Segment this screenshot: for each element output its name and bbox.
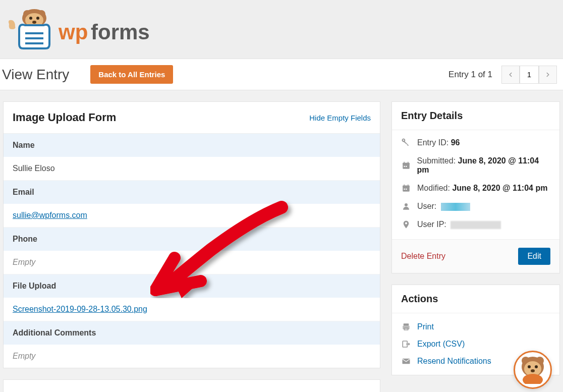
svg-rect-15 — [408, 162, 409, 164]
field-label-email: Email — [4, 181, 380, 204]
svg-rect-16 — [404, 166, 405, 167]
entry-count: Entry 1 of 1 — [448, 70, 492, 80]
prev-button[interactable] — [501, 66, 520, 84]
field-value-file-upload: Screenshot-2019-09-28-13.05.30.png — [4, 298, 380, 321]
page-number-input[interactable] — [520, 66, 539, 84]
field-value-email: sullie@wpforms.com — [4, 204, 380, 228]
partial-title — [13, 389, 16, 392]
submitted-row: Submitted: June 8, 2020 @ 11:04 pm — [401, 156, 550, 175]
edit-button[interactable]: Edit — [518, 248, 550, 265]
print-icon — [401, 322, 411, 331]
back-to-entries-button[interactable]: Back to All Entries — [90, 65, 173, 84]
svg-rect-17 — [406, 166, 407, 167]
entry-id-row: Entry ID: 96 — [401, 138, 550, 147]
key-icon — [401, 138, 411, 147]
svg-point-39 — [523, 374, 543, 384]
svg-point-4 — [29, 17, 32, 20]
svg-rect-13 — [403, 163, 410, 165]
email-link[interactable]: sullie@wpforms.com — [13, 211, 87, 219]
modified-label: Modified: — [417, 184, 450, 192]
calendar-icon — [401, 161, 411, 170]
field-label-name: Name — [4, 134, 380, 157]
entry-details-panel: Entry Details Entry ID: 96 — [391, 101, 560, 273]
svg-point-5 — [36, 17, 39, 20]
actions-title: Actions — [401, 293, 550, 305]
comments-empty: Empty — [13, 352, 35, 360]
user-label: User: — [417, 202, 436, 210]
form-title: Image Upload Form — [13, 111, 116, 124]
print-link[interactable]: Print — [417, 322, 434, 331]
export-link[interactable]: Export (CSV) — [417, 340, 465, 349]
svg-point-38 — [531, 369, 535, 372]
svg-rect-20 — [404, 185, 405, 187]
field-value-phone: Empty — [4, 251, 380, 274]
svg-rect-31 — [403, 359, 410, 364]
action-export-row: Export (CSV) — [401, 335, 550, 353]
svg-rect-21 — [408, 185, 409, 187]
next-button[interactable] — [539, 66, 557, 84]
user-ip-redacted — [451, 221, 501, 229]
svg-point-37 — [535, 365, 538, 368]
svg-rect-14 — [404, 162, 405, 164]
svg-text:wp: wp — [58, 20, 88, 44]
modified-row: Modified: June 8, 2020 @ 11:04 pm — [401, 184, 550, 193]
svg-point-6 — [32, 21, 36, 24]
svg-point-24 — [405, 203, 408, 206]
action-print-row: Print — [401, 318, 550, 335]
svg-rect-25 — [404, 323, 409, 326]
user-icon — [401, 202, 411, 211]
file-upload-link[interactable]: Screenshot-2019-09-28-13.05.30.png — [13, 305, 147, 313]
app-header: wp forms — [0, 0, 563, 59]
user-ip-label: User IP: — [417, 220, 446, 229]
field-label-file-upload: File Upload — [4, 274, 380, 298]
export-icon — [401, 340, 411, 349]
svg-rect-22 — [404, 189, 405, 190]
page-title: View Entry — [2, 67, 69, 83]
entry-id-label: Entry ID: — [417, 138, 448, 147]
calendar-icon — [401, 184, 411, 193]
modified-value: June 8, 2020 @ 11:04 pm — [452, 184, 547, 192]
next-panel-partial — [3, 379, 380, 392]
resend-link[interactable]: Resend Notifications — [417, 357, 491, 366]
user-redacted — [441, 203, 470, 211]
location-icon — [401, 220, 411, 229]
field-value-additional-comments: Empty — [4, 345, 380, 368]
help-avatar-button[interactable] — [514, 351, 552, 389]
field-value-name: Sullie Eloso — [4, 157, 380, 181]
svg-text:forms: forms — [91, 20, 150, 44]
entry-details-title: Entry Details — [401, 110, 550, 122]
field-label-additional-comments: Additional Comments — [4, 321, 380, 345]
envelope-icon — [401, 357, 411, 366]
svg-point-36 — [528, 365, 531, 368]
svg-rect-19 — [403, 186, 410, 188]
entry-id-value: 96 — [451, 138, 460, 147]
pager — [501, 66, 557, 84]
delete-entry-link[interactable]: Delete Entry — [401, 252, 445, 261]
field-label-phone: Phone — [4, 228, 380, 251]
phone-empty: Empty — [13, 258, 35, 266]
title-bar: View Entry Back to All Entries Entry 1 o… — [0, 59, 563, 90]
svg-rect-23 — [406, 189, 407, 190]
submitted-label: Submitted: — [417, 156, 456, 165]
user-ip-row: User IP: — [401, 220, 550, 229]
form-entry-panel: Image Upload Form Hide Empty Fields Name… — [3, 101, 380, 368]
user-row: User: — [401, 202, 550, 211]
wpforms-logo: wp forms — [4, 9, 553, 49]
hide-empty-fields-link[interactable]: Hide Empty Fields — [309, 114, 371, 122]
